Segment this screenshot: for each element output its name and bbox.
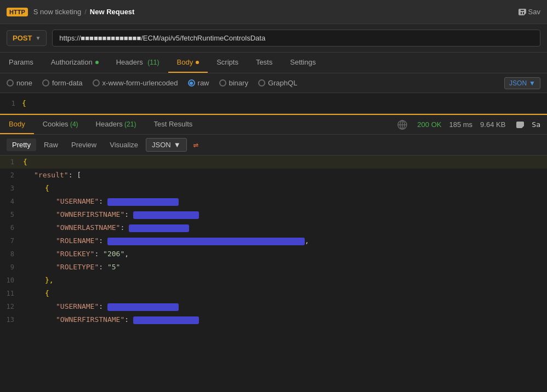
radio-raw: [188, 79, 195, 87]
radio-none: [7, 79, 14, 87]
ln-4: 4: [0, 195, 23, 207]
response-format-select[interactable]: JSON ▼: [146, 138, 187, 152]
jl-8: "ROLEKEY": "206",: [23, 248, 129, 260]
request-body-line1: {: [22, 99, 26, 107]
ln-8: 8: [0, 248, 23, 260]
json-line-2: 2 "result": [: [0, 169, 547, 182]
breadcrumb: S now ticketing / New Request: [33, 8, 135, 16]
jl-9: "ROLETYPE": "5": [23, 261, 120, 273]
json-line-11: 11 {: [0, 287, 547, 300]
tab-scripts[interactable]: Scripts: [208, 53, 247, 73]
line-num-1: 1: [0, 99, 22, 107]
response-tab-test-results[interactable]: Test Results: [145, 115, 201, 134]
tab-settings-label: Settings: [290, 58, 316, 66]
format-tab-pretty[interactable]: Pretty: [7, 139, 36, 151]
response-tab-headers[interactable]: Headers (21): [87, 115, 145, 134]
format-tab-visualize[interactable]: Visualize: [104, 139, 144, 151]
tab-params-label: Params: [9, 58, 33, 66]
format-tab-preview[interactable]: Preview: [66, 139, 102, 151]
breadcrumb-separator: /: [84, 8, 87, 16]
tab-settings[interactable]: Settings: [281, 53, 324, 73]
request-body: 1 {: [0, 93, 547, 114]
response-cookies-label: Cookies: [43, 120, 69, 128]
response-headers-badge: (21): [123, 120, 136, 128]
json-line-6: 6 "OWNERLASTNAME":: [0, 221, 547, 234]
json-line-9: 9 "ROLETYPE": "5": [0, 261, 547, 274]
tab-authorization[interactable]: Authorization: [42, 53, 107, 73]
request-tabs: Params Authorization Headers (11) Body S…: [0, 53, 547, 73]
username-value-blur: [107, 198, 179, 206]
tab-headers[interactable]: Headers (11): [107, 53, 168, 73]
ownerlastname-blur: [129, 224, 189, 232]
json-line-12: 12 "USERNAME":: [0, 300, 547, 313]
response-save-label[interactable]: Sa: [532, 120, 540, 129]
json-format-label: JSON: [509, 79, 527, 87]
wrap-icon[interactable]: ⇌: [193, 140, 199, 150]
json-line-7: 7 "ROLENAME": ,: [0, 234, 547, 247]
radio-binary: [219, 79, 226, 87]
ln-2: 2: [0, 169, 23, 181]
tab-headers-label: Headers: [116, 58, 143, 66]
response-tabs: Body Cookies (4) Headers (21) Test Resul…: [0, 114, 547, 135]
format-arrow-icon: ▼: [174, 141, 181, 149]
json-line-5: 5 "OWNERFIRSTNAME":: [0, 208, 547, 221]
ln-13: 13: [0, 314, 23, 326]
json-line-13: 13 "OWNERFIRSTNAME":: [0, 313, 547, 326]
body-type-none[interactable]: none: [7, 79, 32, 87]
ln-5: 5: [0, 209, 23, 221]
url-input[interactable]: [52, 30, 540, 47]
jl-5: "OWNERFIRSTNAME":: [23, 209, 199, 221]
rolename-blur: [107, 238, 305, 245]
json-line-4: 4 "USERNAME":: [0, 195, 547, 208]
response-body-label: Body: [9, 120, 25, 128]
tab-tests[interactable]: Tests: [247, 53, 281, 73]
username2-blur: [107, 303, 179, 311]
cookies-badge: (4): [69, 120, 78, 128]
response-size: 9.64 KB: [480, 120, 505, 129]
method-select[interactable]: POST ▼: [7, 30, 47, 46]
radio-form-data: [42, 79, 49, 87]
jl-11: {: [23, 287, 49, 299]
format-tabs: Pretty Raw Preview Visualize JSON ▼ ⇌: [0, 135, 547, 155]
top-bar: HTTP S now ticketing / New Request Sav: [0, 0, 547, 24]
ln-11: 11: [0, 287, 23, 299]
body-type-form-data[interactable]: form-data: [42, 79, 83, 87]
format-tab-raw[interactable]: Raw: [38, 139, 64, 151]
top-bar-actions: Sav: [517, 8, 540, 16]
ln-10: 10: [0, 274, 23, 286]
body-type-urlencoded[interactable]: x-www-form-urlencoded: [93, 79, 178, 87]
response-tab-cookies[interactable]: Cookies (4): [34, 115, 87, 134]
json-line-1: 1 {: [0, 155, 547, 169]
response-headers-label: Headers: [96, 120, 123, 128]
jl-10: },: [23, 274, 54, 286]
jl-13: "OWNERFIRSTNAME":: [23, 314, 199, 326]
body-type-raw[interactable]: raw: [188, 79, 209, 87]
body-type-graphql[interactable]: GraphQL: [258, 79, 297, 87]
breadcrumb-parent: S now ticketing: [33, 8, 81, 16]
json-format-select[interactable]: JSON ▼: [504, 77, 540, 89]
jl-4: "USERNAME":: [23, 195, 179, 207]
ownerfirstname-blur: [133, 211, 199, 219]
body-type-binary[interactable]: binary: [219, 79, 248, 87]
response-tab-body[interactable]: Body: [0, 115, 34, 134]
body-dot: [196, 61, 199, 64]
json-line-3: 3 {: [0, 182, 547, 195]
response-save-icon[interactable]: [515, 120, 524, 129]
ln-9: 9: [0, 261, 23, 273]
globe-icon: [397, 120, 407, 130]
tab-params[interactable]: Params: [0, 53, 42, 73]
ln-1: 1: [0, 156, 23, 168]
jl-2: "result": [: [23, 169, 81, 181]
tab-body[interactable]: Body: [168, 53, 208, 73]
response-status: 200 OK 185 ms 9.64 KB Sa: [397, 120, 547, 130]
response-time: 185 ms: [449, 120, 472, 129]
http-badge: HTTP: [7, 8, 28, 16]
ownerfirstname2-blur: [133, 316, 199, 324]
ln-6: 6: [0, 222, 23, 234]
save-label[interactable]: Sav: [528, 8, 540, 16]
tab-body-label: Body: [177, 58, 193, 66]
status-code: 200 OK: [417, 120, 441, 129]
body-type-row: none form-data x-www-form-urlencoded raw…: [0, 73, 547, 93]
jl-1-brace: {: [23, 156, 27, 168]
jl-3: {: [23, 182, 49, 194]
